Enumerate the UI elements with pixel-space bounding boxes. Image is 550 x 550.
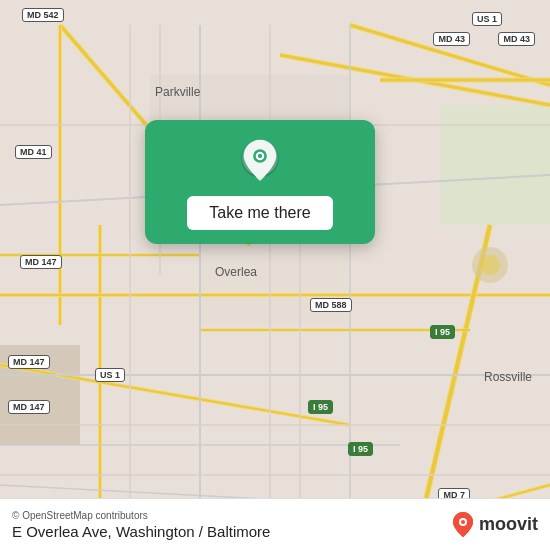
map-background [0, 0, 550, 550]
road-badge-i95-c: I 95 [348, 442, 373, 456]
svg-point-48 [258, 154, 262, 158]
road-badge-md147-a: MD 147 [20, 255, 62, 269]
bottom-info: © OpenStreetMap contributors E Overlea A… [12, 510, 270, 540]
road-badge-us1-mid: US 1 [95, 368, 125, 382]
svg-point-50 [461, 520, 465, 524]
location-label: E Overlea Ave, Washington / Baltimore [12, 523, 270, 540]
location-pin-icon [236, 138, 284, 186]
card-overlay: Take me there [145, 120, 375, 244]
moovit-pin-icon [451, 511, 475, 539]
road-badge-md43-b: MD 43 [498, 32, 535, 46]
area-label-parkville: Parkville [155, 85, 200, 99]
take-me-there-button[interactable]: Take me there [187, 196, 332, 230]
road-badge-md43-a: MD 43 [433, 32, 470, 46]
bottom-bar: © OpenStreetMap contributors E Overlea A… [0, 498, 550, 550]
road-badge-i95-a: I 95 [430, 325, 455, 339]
road-badge-us1-top: US 1 [472, 12, 502, 26]
road-badge-md147-b: MD 147 [8, 355, 50, 369]
road-badge-md588: MD 588 [310, 298, 352, 312]
svg-rect-1 [440, 105, 550, 225]
area-label-rossville: Rossville [484, 370, 532, 384]
road-badge-md41: MD 41 [15, 145, 52, 159]
moovit-text: moovit [479, 514, 538, 535]
moovit-logo: moovit [451, 511, 538, 539]
road-badge-md147-c: MD 147 [8, 400, 50, 414]
road-badge-i95-b: I 95 [308, 400, 333, 414]
road-badge-md542: MD 542 [22, 8, 64, 22]
svg-point-43 [480, 255, 500, 275]
map-container: Parkville Overlea Rossville MD 542 US 1 … [0, 0, 550, 550]
area-label-overlea: Overlea [215, 265, 257, 279]
map-attribution: © OpenStreetMap contributors [12, 510, 270, 521]
